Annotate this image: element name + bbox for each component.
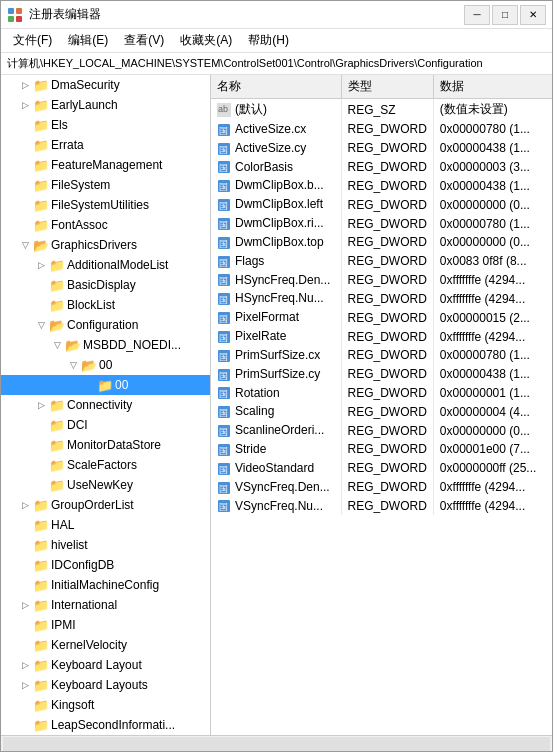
table-row[interactable]: 国PixelRateREG_DWORD0xfffffffe (4294... <box>211 327 552 346</box>
close-button[interactable]: ✕ <box>520 5 546 25</box>
tree-item-kernelvelocity[interactable]: 📁 KernelVelocity <box>1 635 210 655</box>
tree-item-hal[interactable]: 📁 HAL <box>1 515 210 535</box>
scroll-thumb[interactable] <box>3 737 550 751</box>
table-row[interactable]: ab(默认)REG_SZ(数值未设置) <box>211 99 552 121</box>
table-row[interactable]: 国VideoStandardREG_DWORD0x0000000ff (25..… <box>211 459 552 478</box>
svg-text:国: 国 <box>219 220 228 230</box>
tree-label: BlockList <box>67 298 115 312</box>
table-row[interactable]: 国StrideREG_DWORD0x00001e00 (7... <box>211 440 552 459</box>
tree-item-dmasecurity[interactable]: ▷ 📁 DmaSecurity <box>1 75 210 95</box>
tree-item-configuration[interactable]: ▽ 📂 Configuration <box>1 315 210 335</box>
cell-type: REG_DWORD <box>341 271 433 290</box>
col-type[interactable]: 类型 <box>341 75 433 99</box>
table-row[interactable]: 国DwmClipBox.b...REG_DWORD0x00000438 (1..… <box>211 176 552 195</box>
tree-item-els[interactable]: 📁 Els <box>1 115 210 135</box>
table-row[interactable]: 国FlagsREG_DWORD0x0083 0f8f (8... <box>211 252 552 271</box>
folder-icon: 📁 <box>33 538 49 552</box>
table-row[interactable]: 国ScalingREG_DWORD0x00000004 (4... <box>211 402 552 421</box>
svg-text:国: 国 <box>219 182 228 192</box>
table-row[interactable]: 国ActiveSize.cxREG_DWORD0x00000780 (1... <box>211 120 552 139</box>
tree-item-hivelist[interactable]: 📁 hivelist <box>1 535 210 555</box>
col-data[interactable]: 数据 <box>433 75 552 99</box>
table-row[interactable]: 国VSyncFreq.Den...REG_DWORD0xfffffffe (42… <box>211 478 552 497</box>
tree-item-kingsoft[interactable]: 📁 Kingsoft <box>1 695 210 715</box>
tree-item-graphicsdrivers[interactable]: ▽ 📂 GraphicsDrivers <box>1 235 210 255</box>
tree-item-grouporderlist[interactable]: ▷ 📁 GroupOrderList <box>1 495 210 515</box>
tree-item-00-l5[interactable]: 📁 00 <box>1 375 210 395</box>
minimize-button[interactable]: ─ <box>464 5 490 25</box>
table-row[interactable]: 国VSyncFreq.Nu...REG_DWORD0xfffffffe (429… <box>211 497 552 516</box>
tree-label: UseNewKey <box>67 478 133 492</box>
tree-item-filesystem[interactable]: 📁 FileSystem <box>1 175 210 195</box>
svg-rect-0 <box>8 8 14 14</box>
tree-item-msbdd[interactable]: ▽ 📂 MSBDD_NOEDI... <box>1 335 210 355</box>
cell-data: 0x00000780 (1... <box>433 120 552 139</box>
name-text: PrimSurfSize.cy <box>235 367 320 381</box>
tree-item-errata[interactable]: 📁 Errata <box>1 135 210 155</box>
menu-file[interactable]: 文件(F) <box>5 30 60 51</box>
folder-icon: 📁 <box>49 278 65 292</box>
expand-spacer <box>17 177 33 193</box>
tree-item-usenewkey[interactable]: 📁 UseNewKey <box>1 475 210 495</box>
table-row[interactable]: 国PrimSurfSize.cyREG_DWORD0x00000438 (1..… <box>211 365 552 384</box>
tree-item-scalefactors[interactable]: 📁 ScaleFactors <box>1 455 210 475</box>
tree-label: 00 <box>99 358 112 372</box>
table-row[interactable]: 国PrimSurfSize.cxREG_DWORD0x00000780 (1..… <box>211 346 552 365</box>
tree-label: MSBDD_NOEDI... <box>83 338 181 352</box>
table-row[interactable]: 国ScanlineOrderi...REG_DWORD0x00000000 (0… <box>211 421 552 440</box>
table-row[interactable]: 国DwmClipBox.topREG_DWORD0x00000000 (0... <box>211 233 552 252</box>
tree-item-ipmi[interactable]: 📁 IPMI <box>1 615 210 635</box>
table-row[interactable]: 国PixelFormatREG_DWORD0x00000015 (2... <box>211 308 552 327</box>
tree-item-basicdisplay[interactable]: 📁 BasicDisplay <box>1 275 210 295</box>
name-text: HSyncFreq.Den... <box>235 273 330 287</box>
menu-edit[interactable]: 编辑(E) <box>60 30 116 51</box>
cell-data: 0x00000001 (1... <box>433 384 552 403</box>
menu-view[interactable]: 查看(V) <box>116 30 172 51</box>
tree-item-keyboardlayout[interactable]: ▷ 📁 Keyboard Layout <box>1 655 210 675</box>
tree-pane[interactable]: ▷ 📁 DmaSecurity ▷ 📁 EarlyLaunch 📁 Els 📁 … <box>1 75 211 735</box>
tree-item-fontassoc[interactable]: 📁 FontAssoc <box>1 215 210 235</box>
col-name[interactable]: 名称 <box>211 75 341 99</box>
table-row[interactable]: 国HSyncFreq.Nu...REG_DWORD0xfffffffe (429… <box>211 289 552 308</box>
name-text: DwmClipBox.left <box>235 197 323 211</box>
table-row[interactable]: 国HSyncFreq.Den...REG_DWORD0xfffffffe (42… <box>211 271 552 290</box>
cell-type: REG_DWORD <box>341 214 433 233</box>
tree-item-earlylaunch[interactable]: ▷ 📁 EarlyLaunch <box>1 95 210 115</box>
svg-text:国: 国 <box>219 446 228 456</box>
table-row[interactable]: 国ActiveSize.cyREG_DWORD0x00000438 (1... <box>211 139 552 158</box>
tree-item-featuremanagement[interactable]: 📁 FeatureManagement <box>1 155 210 175</box>
app-icon <box>7 7 23 23</box>
tree-item-initialmachineconfig[interactable]: 📁 InitialMachineConfig <box>1 575 210 595</box>
tree-item-keyboardlayouts[interactable]: ▷ 📁 Keyboard Layouts <box>1 675 210 695</box>
table-row[interactable]: 国DwmClipBox.leftREG_DWORD0x00000000 (0..… <box>211 195 552 214</box>
cell-name: ab(默认) <box>211 99 341 121</box>
tree-item-idconfigdb[interactable]: 📁 IDConfigDB <box>1 555 210 575</box>
cell-name: 国DwmClipBox.top <box>211 233 341 252</box>
tree-item-connectivity[interactable]: ▷ 📁 Connectivity <box>1 395 210 415</box>
tree-label: Kingsoft <box>51 698 94 712</box>
tree-item-filesystemutilities[interactable]: 📁 FileSystemUtilities <box>1 195 210 215</box>
tree-item-international[interactable]: ▷ 📁 International <box>1 595 210 615</box>
table-row[interactable]: 国RotationREG_DWORD0x00000001 (1... <box>211 384 552 403</box>
menu-help[interactable]: 帮助(H) <box>240 30 297 51</box>
horizontal-scrollbar[interactable] <box>1 735 552 751</box>
cell-name: 国ActiveSize.cy <box>211 139 341 158</box>
tree-item-blocklist[interactable]: 📁 BlockList <box>1 295 210 315</box>
tree-label: DCI <box>67 418 88 432</box>
table-row[interactable]: 国DwmClipBox.ri...REG_DWORD0x00000780 (1.… <box>211 214 552 233</box>
expand-icon: ▽ <box>49 337 65 353</box>
tree-item-leapsecondinformati[interactable]: 📁 LeapSecondInformati... <box>1 715 210 735</box>
address-bar: 计算机\HKEY_LOCAL_MACHINE\SYSTEM\ControlSet… <box>1 53 552 75</box>
menu-favorites[interactable]: 收藏夹(A) <box>172 30 240 51</box>
expand-spacer <box>17 157 33 173</box>
cell-data: 0x0000000ff (25... <box>433 459 552 478</box>
tree-item-dci[interactable]: 📁 DCI <box>1 415 210 435</box>
cell-name: 国PrimSurfSize.cy <box>211 365 341 384</box>
maximize-button[interactable]: □ <box>492 5 518 25</box>
tree-item-additionalmodelist[interactable]: ▷ 📁 AdditionalModeList <box>1 255 210 275</box>
cell-name: 国Stride <box>211 440 341 459</box>
tree-item-monitordatastore[interactable]: 📁 MonitorDataStore <box>1 435 210 455</box>
expand-spacer <box>17 617 33 633</box>
table-row[interactable]: 国ColorBasisREG_DWORD0x00000003 (3... <box>211 158 552 177</box>
tree-item-00-l4[interactable]: ▽ 📂 00 <box>1 355 210 375</box>
